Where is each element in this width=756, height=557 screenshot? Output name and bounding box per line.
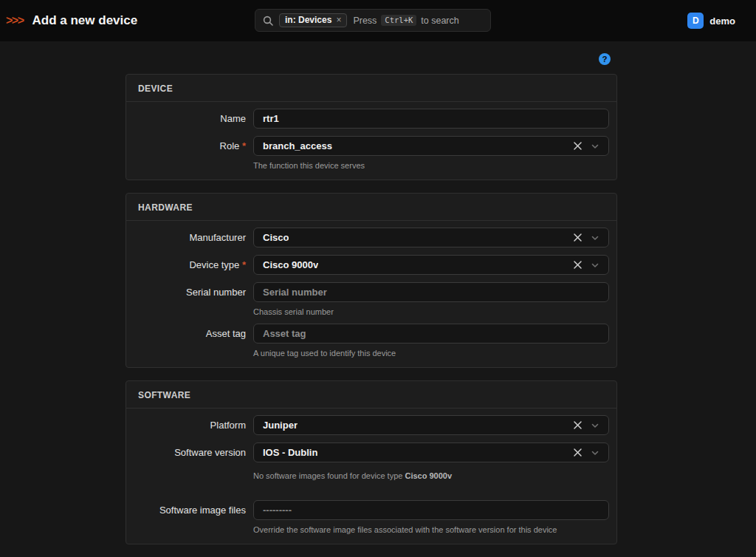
platform-selected-value: Juniper <box>263 420 298 431</box>
select-action-icons <box>573 233 599 242</box>
role-select[interactable]: branch_access <box>253 136 609 156</box>
name-input[interactable] <box>253 109 609 129</box>
top-bar: >>> Add a new device in: Devices × Press… <box>0 0 756 41</box>
section-software: SOFTWAREPlatformJuniperSoftware versionI… <box>126 380 617 544</box>
chevron-down-icon[interactable] <box>591 142 599 151</box>
field-control-manufacturer: Cisco <box>253 228 609 247</box>
field-label-asset-tag: Asset tag <box>134 324 253 358</box>
section-title: DEVICE <box>138 83 173 94</box>
field-label-role: Role * <box>134 136 253 170</box>
form-row-asset-tag: Asset tagA unique tag used to identify t… <box>134 324 609 358</box>
device-type-selected-value: Cisco 9000v <box>263 259 318 270</box>
search-icon <box>263 16 273 26</box>
required-asterisk: * <box>239 259 246 270</box>
user-menu[interactable]: D demo <box>687 0 735 41</box>
section-header: DEVICE <box>126 75 616 102</box>
field-label-serial-number: Serial number <box>134 282 253 316</box>
form-row-device-type: Device type *Cisco 9000v <box>134 255 609 275</box>
avatar[interactable]: D <box>687 13 704 29</box>
field-control-asset-tag: A unique tag used to identify this devic… <box>253 324 609 358</box>
field-helper-software-version: No software images found for device type… <box>253 471 609 480</box>
section-header: SOFTWARE <box>126 381 616 409</box>
form-row-software-version: Software versionIOS - DublinNo software … <box>134 442 609 480</box>
search-hint: Press Ctrl+K to search <box>353 15 458 26</box>
field-helper-serial-number: Chassis serial number <box>253 307 609 316</box>
chevron-down-icon[interactable] <box>591 233 599 242</box>
search-filter-chip[interactable]: in: Devices × <box>279 13 347 27</box>
chevron-down-icon[interactable] <box>591 261 599 270</box>
clear-icon[interactable] <box>573 141 583 151</box>
field-control-software-image-files: Override the software image files associ… <box>253 500 609 534</box>
section-device: DEVICENameRole *branch_accessThe functio… <box>126 74 617 180</box>
section-hardware: HARDWAREManufacturerCiscoDevice type *Ci… <box>126 193 617 368</box>
search-filter-chip-label: in: Devices <box>285 15 331 25</box>
field-label-name: Name <box>134 109 253 129</box>
field-label-software-image-files: Software image files <box>134 500 253 534</box>
page-title: Add a new device <box>32 13 138 28</box>
clear-icon[interactable] <box>573 233 583 242</box>
field-label-device-type: Device type * <box>134 255 253 275</box>
field-control-platform: Juniper <box>253 415 609 435</box>
field-control-name <box>253 109 609 129</box>
select-action-icons <box>573 448 599 457</box>
clear-icon[interactable] <box>573 448 583 457</box>
select-action-icons <box>573 260 599 270</box>
form-row-role: Role *branch_accessThe function this dev… <box>134 136 609 170</box>
form-row-serial-number: Serial numberChassis serial number <box>134 282 609 316</box>
field-helper-role: The function this device serves <box>253 161 609 170</box>
platform-select[interactable]: Juniper <box>253 415 609 435</box>
select-action-icons <box>573 420 599 430</box>
helper-bold-text: Cisco 9000v <box>405 471 452 480</box>
software-version-selected-value: IOS - Dublin <box>263 447 317 458</box>
clear-icon[interactable] <box>573 420 583 430</box>
form-row-platform: PlatformJuniper <box>134 415 609 435</box>
field-control-software-version: IOS - DublinNo software images found for… <box>253 442 609 480</box>
section-title: HARDWARE <box>138 202 193 213</box>
section-header: HARDWARE <box>126 194 616 221</box>
field-label-platform: Platform <box>134 415 253 435</box>
software-image-files-input[interactable] <box>253 500 609 520</box>
brand-logo[interactable]: >>> <box>4 14 25 27</box>
field-helper-software-image-files: Override the software image files associ… <box>253 525 609 534</box>
search-hint-suffix: to search <box>421 16 458 26</box>
required-asterisk: * <box>239 140 246 151</box>
field-control-role: branch_accessThe function this device se… <box>253 136 609 170</box>
chevron-down-icon[interactable] <box>591 448 599 457</box>
asset-tag-input[interactable] <box>253 324 609 344</box>
field-control-serial-number: Chassis serial number <box>253 282 609 316</box>
manufacturer-selected-value: Cisco <box>263 232 289 243</box>
chip-remove-icon[interactable]: × <box>336 15 341 25</box>
chevron-down-icon[interactable] <box>591 421 599 430</box>
keyboard-shortcut-badge: Ctrl+K <box>381 15 416 26</box>
field-label-manufacturer: Manufacturer <box>134 228 253 247</box>
section-body: NameRole *branch_accessThe function this… <box>126 102 616 180</box>
form-row-manufacturer: ManufacturerCisco <box>134 228 609 247</box>
device-type-select[interactable]: Cisco 9000v <box>253 255 609 275</box>
section-title: SOFTWARE <box>138 390 190 400</box>
form-row-name: Name <box>134 109 609 129</box>
form-area: ? DEVICENameRole *branch_accessThe funct… <box>126 41 617 544</box>
clear-icon[interactable] <box>573 260 583 270</box>
role-selected-value: branch_access <box>263 140 332 151</box>
software-version-select[interactable]: IOS - Dublin <box>253 442 609 462</box>
form-row-software-image-files: Software image filesOverride the softwar… <box>134 500 609 534</box>
help-icon[interactable]: ? <box>599 53 611 65</box>
section-body: PlatformJuniperSoftware versionIOS - Dub… <box>126 409 616 544</box>
field-label-software-version: Software version <box>134 442 253 480</box>
serial-number-input[interactable] <box>253 282 609 302</box>
search-hint-prefix: Press <box>353 16 377 26</box>
select-action-icons <box>573 141 599 151</box>
global-search-input[interactable]: in: Devices × Press Ctrl+K to search <box>255 9 491 32</box>
field-control-device-type: Cisco 9000v <box>253 255 609 275</box>
manufacturer-select[interactable]: Cisco <box>253 228 609 247</box>
section-body: ManufacturerCiscoDevice type *Cisco 9000… <box>126 221 616 367</box>
help-row: ? <box>126 53 617 65</box>
username-label: demo <box>709 16 735 27</box>
field-helper-asset-tag: A unique tag used to identify this devic… <box>253 349 609 358</box>
